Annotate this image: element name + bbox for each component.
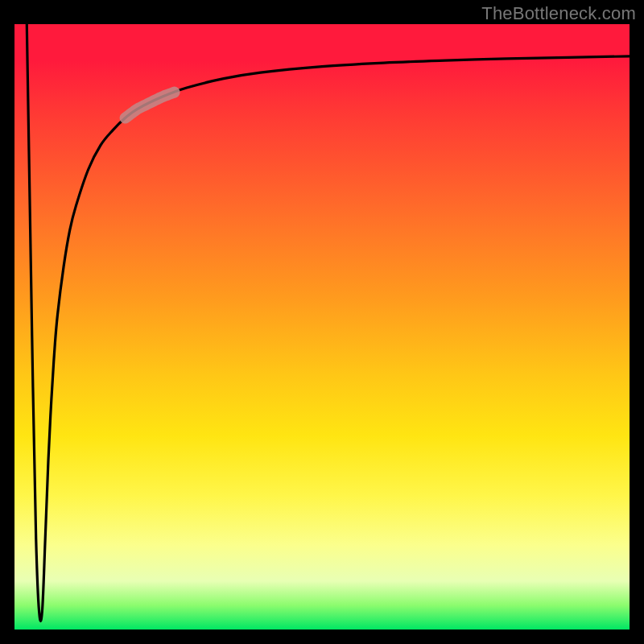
attribution-label: TheBottleneck.com <box>481 3 636 24</box>
chart-frame: TheBottleneck.com <box>0 0 644 644</box>
curve-highlight <box>126 93 175 118</box>
bottleneck-curve <box>27 24 630 621</box>
plot-area <box>14 24 630 630</box>
curve-svg <box>14 24 630 630</box>
